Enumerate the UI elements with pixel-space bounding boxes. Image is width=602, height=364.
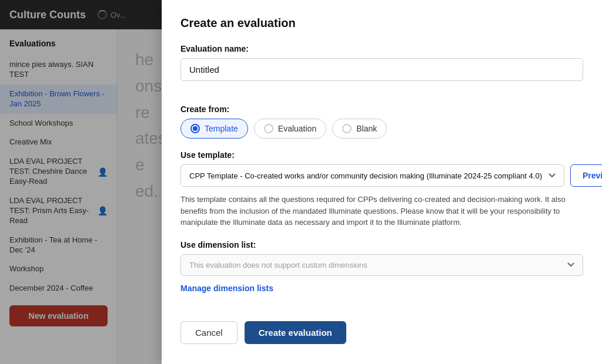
evaluation-name-input[interactable] <box>180 58 583 81</box>
dimension-select[interactable]: This evaluation does not support custom … <box>180 254 583 276</box>
dimension-list-section: Use dimension list: This evaluation does… <box>180 240 583 309</box>
modal-title: Create an evaluation <box>180 16 583 30</box>
preview-button[interactable]: Preview <box>570 164 602 187</box>
radio-template[interactable]: Template <box>180 119 248 139</box>
manage-dimension-link[interactable]: Manage dimension lists <box>180 284 273 293</box>
radio-blank[interactable]: Blank <box>332 119 387 139</box>
radio-label-template: Template <box>205 124 238 133</box>
create-evaluation-modal: Create an evaluation Evaluation name: Cr… <box>162 0 602 364</box>
evaluation-name-label: Evaluation name: <box>180 44 583 53</box>
cancel-button[interactable]: Cancel <box>180 321 238 344</box>
use-template-section: Use template: CPP Template - Co-created … <box>180 150 583 228</box>
create-from-section: Create from: Template Evaluation Blank <box>180 105 583 139</box>
template-select-row: CPP Template - Co-created works and/or c… <box>180 164 583 187</box>
use-template-label: Use template: <box>180 150 583 160</box>
radio-dot-blank <box>342 124 352 133</box>
evaluation-name-section: Evaluation name: <box>180 44 583 93</box>
radio-dot-template <box>190 124 200 133</box>
radio-label-evaluation: Evaluation <box>278 124 316 133</box>
radio-dot-inner-template <box>193 126 198 131</box>
dimension-list-label: Use dimension list: <box>180 240 583 250</box>
template-description: This template contains all the questions… <box>180 194 583 228</box>
create-evaluation-button[interactable]: Create evaluation <box>245 321 346 344</box>
radio-label-blank: Blank <box>356 124 377 133</box>
create-from-label: Create from: <box>180 105 583 114</box>
radio-evaluation[interactable]: Evaluation <box>254 119 326 139</box>
modal-footer: Cancel Create evaluation <box>180 321 583 344</box>
template-select[interactable]: CPP Template - Co-created works and/or c… <box>180 164 564 187</box>
radio-group: Template Evaluation Blank <box>180 119 583 139</box>
radio-dot-evaluation <box>264 124 273 133</box>
